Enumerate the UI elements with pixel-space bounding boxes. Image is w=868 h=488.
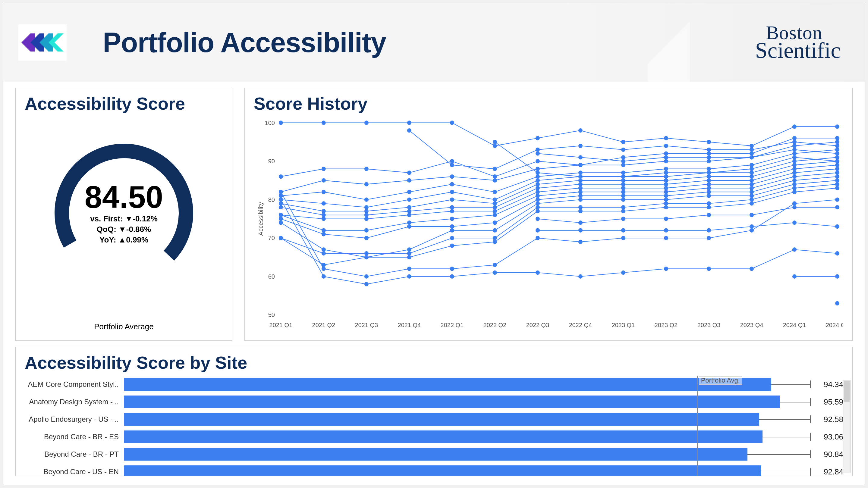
svg-text:80: 80: [268, 196, 275, 203]
svg-text:100: 100: [265, 120, 275, 126]
header: Portfolio Accessibility Boston Scientifi…: [3, 3, 865, 82]
bar-value: 95.59: [810, 397, 843, 407]
bar-fill: [124, 448, 747, 461]
bar-whisker-cap: [810, 381, 811, 388]
scrollbar[interactable]: [843, 380, 850, 473]
bar-fill: [124, 413, 759, 426]
bar-track: [124, 465, 810, 476]
bar-whisker-cap: [810, 415, 811, 423]
bar-whisker-cap: [810, 398, 811, 406]
svg-text:2021 Q1: 2021 Q1: [270, 322, 293, 328]
bar-whisker: [771, 384, 810, 385]
content-row: Accessibility Score 84.50 vs. First: ▼-0…: [3, 82, 865, 341]
bar-track: [124, 378, 810, 391]
svg-text:50: 50: [268, 312, 275, 318]
svg-text:2024 Q1: 2024 Q1: [783, 322, 806, 328]
svg-text:70: 70: [268, 235, 275, 241]
site-label: Beyond Care - BR - ES: [25, 432, 124, 441]
accessibility-score-title: Accessibility Score: [25, 93, 223, 113]
svg-text:2023 Q1: 2023 Q1: [612, 322, 635, 328]
svg-text:60: 60: [268, 273, 275, 280]
table-row: Beyond Care - BR - ES93.06: [25, 428, 843, 446]
dashboard-frame: Portfolio Accessibility Boston Scientifi…: [3, 3, 865, 485]
svg-text:2022 Q3: 2022 Q3: [526, 322, 550, 328]
gauge-center: 84.50 vs. First: ▼-0.12% QoQ: ▼-0.86% Yo…: [85, 181, 163, 245]
bar-track: [124, 430, 810, 444]
score-by-site-title: Accessibility Score by Site: [25, 352, 843, 372]
bar-whisker: [780, 402, 810, 402]
brand-logo: Boston Scientific: [755, 25, 841, 60]
bar-whisker: [761, 472, 810, 472]
bar-track: [124, 447, 810, 461]
bar-whisker: [759, 419, 810, 420]
table-row: AEM Core Component Styl..94.34: [25, 376, 843, 393]
bar-whisker-cap: [810, 433, 811, 441]
bar-whisker: [747, 454, 810, 455]
table-row: Beyond Care - BR - PT90.84: [25, 446, 843, 463]
bar-whisker-cap: [810, 468, 811, 476]
score-by-site-chart: AEM Core Component Styl..94.34Anatomy De…: [25, 376, 843, 476]
table-row: Beyond Care - US - EN92.84: [25, 463, 843, 476]
gauge-qoq: QoQ: ▼-0.86%: [85, 224, 163, 235]
bar-fill: [124, 465, 761, 476]
bar-value: 93.06: [810, 432, 843, 442]
bar-fill: [124, 395, 780, 408]
scrollbar-thumb[interactable]: [844, 381, 849, 402]
bar-fill: [124, 378, 771, 391]
svg-point-203: [279, 190, 283, 194]
score-history-title: Score History: [254, 93, 843, 113]
svg-text:2023 Q2: 2023 Q2: [655, 322, 678, 328]
site-label: AEM Core Component Styl..: [25, 380, 124, 389]
svg-text:2024 Q2: 2024 Q2: [826, 322, 843, 328]
site-label: Anatomy Design System - ..: [25, 398, 124, 406]
bar-track: [124, 412, 810, 426]
bar-whisker-cap: [810, 450, 811, 458]
site-label: Beyond Care - US - EN: [25, 467, 124, 476]
gauge-chart: 84.50 vs. First: ▼-0.12% QoQ: ▼-0.86% Yo…: [25, 117, 223, 310]
bar-value: 92.84: [810, 467, 843, 477]
site-label: Beyond Care - BR - PT: [25, 450, 124, 458]
svg-text:2023 Q3: 2023 Q3: [698, 322, 721, 328]
app-logo-icon: [19, 24, 67, 61]
svg-text:2021 Q2: 2021 Q2: [312, 322, 336, 328]
brand-line2: Scientific: [755, 41, 841, 60]
site-label: Apollo Endosurgery - US - ..: [25, 415, 124, 424]
bar-track: [124, 395, 810, 409]
svg-text:2023 Q4: 2023 Q4: [740, 322, 764, 328]
bar-fill: [124, 430, 763, 443]
bar-value: 92.58: [810, 415, 843, 424]
svg-point-231: [835, 301, 839, 305]
bar-value: 94.34: [810, 380, 843, 389]
gauge-vs-first: vs. First: ▼-0.12%: [85, 214, 163, 224]
bar-whisker: [763, 437, 810, 437]
score-by-site-card: Accessibility Score by Site AEM Core Com…: [16, 347, 852, 476]
svg-text:2021 Q4: 2021 Q4: [398, 322, 421, 328]
table-row: Apollo Endosurgery - US - ..92.58: [25, 411, 843, 428]
svg-text:2022 Q2: 2022 Q2: [484, 322, 507, 328]
accessibility-score-card: Accessibility Score 84.50 vs. First: ▼-0…: [16, 88, 232, 341]
gauge-yoy: YoY: ▲0.99%: [85, 235, 163, 245]
score-history-card: Score History 5060708090100Accessibility…: [244, 88, 852, 341]
page-title: Portfolio Accessibility: [103, 27, 386, 59]
bar-value: 90.84: [810, 450, 843, 459]
svg-text:90: 90: [268, 158, 275, 164]
table-row: Anatomy Design System - ..95.59: [25, 393, 843, 411]
score-history-chart: 5060708090100Accessibility2021 Q12021 Q2…: [254, 117, 843, 333]
svg-text:2022 Q4: 2022 Q4: [569, 322, 592, 328]
svg-text:2022 Q1: 2022 Q1: [441, 322, 464, 328]
gauge-caption: Portfolio Average: [16, 322, 232, 331]
svg-text:Accessibility: Accessibility: [257, 202, 264, 236]
svg-text:2021 Q3: 2021 Q3: [355, 322, 378, 328]
gauge-score-value: 84.50: [85, 181, 163, 214]
